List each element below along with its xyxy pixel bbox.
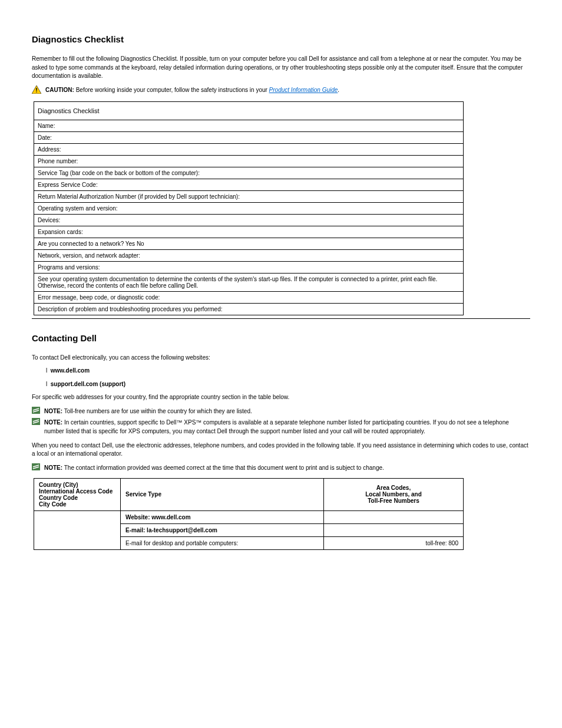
caution-icon	[32, 85, 41, 94]
svg-rect-1	[36, 88, 37, 91]
checklist-row: Name:	[34, 120, 464, 131]
checklist-row: Operating system and version:	[34, 202, 464, 214]
bullet: l	[46, 381, 51, 387]
bullet-item: l www.dell.com	[46, 367, 530, 375]
bullet-text: www.dell.com	[51, 367, 90, 374]
note-icon	[32, 463, 40, 470]
note-icon	[32, 418, 40, 425]
diagnostics-checklist-table: Diagnostics Checklist Name: Date: Addres…	[34, 101, 464, 315]
checklist-row: Date:	[34, 131, 464, 143]
contact-phone	[324, 523, 464, 536]
contact-service-text: Website: www.dell.com	[125, 514, 191, 521]
contact-service: E-mail for desktop and portable computer…	[121, 536, 324, 549]
note-label: NOTE:	[44, 465, 62, 471]
contact-header-country: Country (City) International Access Code…	[34, 478, 121, 510]
contact-service: E-mail: la-techsupport@dell.com	[121, 523, 324, 536]
checklist-row: Service Tag (bar code on the back or bot…	[34, 167, 464, 179]
checklist-row: Phone number:	[34, 155, 464, 167]
note-block-3: NOTE: The contact information provided w…	[32, 463, 530, 472]
caution-block: CAUTION: Before working inside your comp…	[32, 85, 530, 94]
checklist-row: Error message, beep code, or diagnostic …	[34, 291, 464, 303]
note-text-2: NOTE: In certain countries, support spec…	[44, 418, 530, 436]
bullet-item: l support.dell.com (support)	[46, 380, 530, 389]
note-text-3: NOTE: The contact information provided w…	[44, 463, 530, 472]
checklist-row: Description of problem and troubleshooti…	[34, 303, 464, 315]
contact-header-phone: Area Codes, Local Numbers, and Toll-Free…	[324, 478, 464, 510]
caution-text: CAUTION: Before working inside your comp…	[45, 85, 530, 94]
note-body: In certain countries, support specific t…	[44, 419, 509, 434]
checklist-row: Expansion cards:	[34, 226, 464, 238]
contact-service-text: E-mail for desktop and portable computer…	[125, 540, 238, 546]
note-block-1: NOTE: Toll-free numbers are for use with…	[32, 407, 530, 416]
contact-header-service: Service Type	[121, 478, 324, 510]
checklist-row: Express Service Code:	[34, 179, 464, 190]
note-icon	[32, 407, 40, 414]
contact-phone	[324, 510, 464, 523]
contact-p3: When you need to contact Dell, use the e…	[32, 442, 530, 459]
contact-service-text: E-mail: la-techsupport@dell.com	[125, 527, 217, 533]
note-text-1: NOTE: Toll-free numbers are for use with…	[44, 407, 530, 416]
checklist-header: Diagnostics Checklist	[34, 101, 464, 120]
caution-body: Before working inside your computer, fol…	[76, 87, 269, 93]
contact-intro: To contact Dell electronically, you can …	[32, 354, 530, 363]
checklist-row: Address:	[34, 143, 464, 155]
divider	[32, 318, 530, 319]
note-body: Toll-free numbers are for use within the…	[64, 408, 252, 414]
contact-area	[34, 510, 121, 549]
checklist-row: Network, version, and network adapter:	[34, 249, 464, 261]
period: .	[338, 87, 339, 93]
note-block-2: NOTE: In certain countries, support spec…	[32, 418, 530, 436]
diagnostics-intro: Remember to fill out the following Diagn…	[32, 55, 530, 81]
section-title-contacting-dell: Contacting Dell	[32, 333, 530, 343]
contact-service: Website: www.dell.com	[121, 510, 324, 523]
checklist-row: Devices:	[34, 214, 464, 226]
note-label: NOTE:	[44, 419, 62, 426]
checklist-row: See your operating system documentation …	[34, 273, 464, 291]
bullet: l	[46, 367, 51, 374]
contact-table: Country (City) International Access Code…	[34, 478, 464, 550]
checklist-row: Programs and versions:	[34, 261, 464, 273]
caution-label: CAUTION:	[45, 87, 74, 93]
contact-p2: For specific web addresses for your coun…	[32, 393, 530, 402]
checklist-row: Return Material Authorization Number (if…	[34, 190, 464, 202]
note-label: NOTE:	[44, 408, 62, 414]
section-title-diagnostics: Diagnostics Checklist	[32, 34, 530, 44]
note-body: The contact information provided was dee…	[64, 465, 384, 471]
bullet-text: support.dell.com (support)	[51, 381, 125, 387]
svg-rect-2	[36, 91, 37, 92]
product-info-guide-link[interactable]: Product Information Guide	[269, 87, 338, 93]
checklist-row: Are you connected to a network? Yes No	[34, 238, 464, 249]
contact-phone: toll-free: 800	[324, 536, 464, 549]
